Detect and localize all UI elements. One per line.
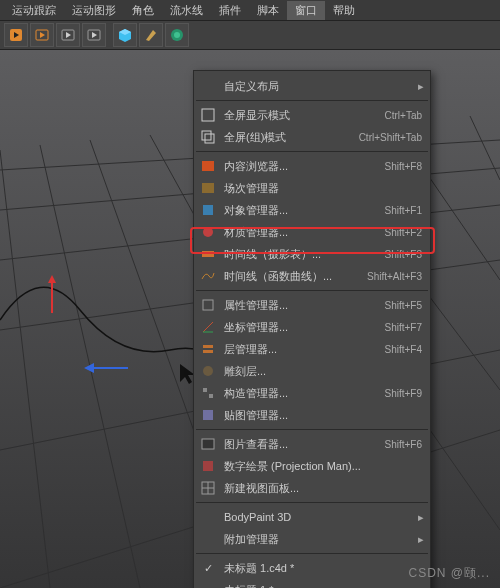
menu-item-label: 全屏显示模式	[224, 108, 384, 123]
viewport[interactable]: 自定义布局 ▸ 全屏显示模式 Ctrl+Tab 全屏(组)模式 Ctrl+Shi…	[0, 50, 500, 588]
menu-projection-man[interactable]: 数字绘景 (Projection Man)...	[194, 455, 430, 477]
svg-rect-48	[203, 461, 213, 471]
menu-material-manager[interactable]: 材质管理器... Shift+F2	[194, 221, 430, 243]
menu-scene-manager[interactable]: 场次管理器	[194, 177, 430, 199]
tool-record[interactable]	[4, 23, 28, 47]
attribute-icon	[198, 297, 218, 313]
menu-help[interactable]: 帮助	[325, 1, 363, 20]
menu-character[interactable]: 角色	[124, 1, 162, 20]
axis-y-gizmo	[42, 275, 62, 315]
menu-coord-manager[interactable]: 坐标管理器... Shift+F7	[194, 316, 430, 338]
submenu-arrow-icon: ▸	[418, 511, 424, 524]
menu-doc-2[interactable]: 未标题 1 *	[194, 579, 430, 588]
menu-content-browser[interactable]: 内容浏览器... Shift+F8	[194, 155, 430, 177]
menu-item-label: 新建视图面板...	[224, 481, 422, 496]
menu-texture-manager[interactable]: 贴图管理器...	[194, 404, 430, 426]
menu-item-label: 时间线（摄影表）...	[224, 247, 384, 262]
menu-window[interactable]: 窗口	[287, 1, 325, 20]
menu-shortcut: Shift+F2	[384, 227, 422, 238]
svg-rect-38	[203, 300, 213, 310]
menu-shortcut: Shift+F4	[384, 344, 422, 355]
svg-rect-45	[209, 394, 213, 398]
menu-item-label: 数字绘景 (Projection Man)...	[224, 459, 422, 474]
menu-item-label: BodyPaint 3D	[224, 511, 422, 523]
svg-rect-30	[202, 109, 214, 121]
menu-shortcut: Shift+F8	[384, 161, 422, 172]
menu-motion-tracker[interactable]: 运动跟踪	[4, 1, 64, 20]
svg-rect-41	[203, 345, 213, 348]
menu-shortcut: Shift+F7	[384, 322, 422, 333]
menu-sculpt-layer[interactable]: 雕刻层...	[194, 360, 430, 382]
submenu-arrow-icon: ▸	[418, 533, 424, 546]
menu-separator	[196, 429, 428, 430]
menu-item-label: 全屏(组)模式	[224, 130, 359, 145]
menu-item-label: 自定义布局	[224, 79, 422, 94]
menu-timeline-fcurve[interactable]: 时间线（函数曲线）... Shift+Alt+F3	[194, 265, 430, 287]
menu-custom-layout[interactable]: 自定义布局 ▸	[194, 75, 430, 97]
content-browser-icon	[198, 158, 218, 174]
menu-plugins[interactable]: 插件	[211, 1, 249, 20]
coord-icon	[198, 319, 218, 335]
menu-item-label: 未标题 1.c4d *	[224, 561, 422, 576]
tool-pen[interactable]	[139, 23, 163, 47]
menu-fullscreen[interactable]: 全屏显示模式 Ctrl+Tab	[194, 104, 430, 126]
window-menu-dropdown: 自定义布局 ▸ 全屏显示模式 Ctrl+Tab 全屏(组)模式 Ctrl+Shi…	[193, 70, 431, 588]
menu-item-label: 贴图管理器...	[224, 408, 422, 423]
svg-marker-29	[84, 363, 94, 373]
blank-icon	[198, 582, 218, 588]
menu-item-label: 未标题 1 *	[224, 583, 422, 589]
svg-rect-35	[203, 205, 213, 215]
menu-separator	[196, 502, 428, 503]
menu-script[interactable]: 脚本	[249, 1, 287, 20]
timeline-sheet-icon	[198, 246, 218, 262]
toolbar-divider	[108, 23, 111, 47]
tool-cube[interactable]	[113, 23, 137, 47]
tool-play[interactable]	[82, 23, 106, 47]
tool-autokey[interactable]	[30, 23, 54, 47]
blank-icon	[198, 531, 218, 547]
menu-fullscreen-group[interactable]: 全屏(组)模式 Ctrl+Shift+Tab	[194, 126, 430, 148]
menu-timeline-sheet[interactable]: 时间线（摄影表）... Shift+F3	[194, 243, 430, 265]
menu-doc-1[interactable]: ✓ 未标题 1.c4d *	[194, 557, 430, 579]
structure-icon	[198, 385, 218, 401]
menu-shortcut: Shift+F5	[384, 300, 422, 311]
projection-icon	[198, 458, 218, 474]
menu-item-label: 对象管理器...	[224, 203, 384, 218]
axis-x-gizmo	[84, 358, 134, 378]
viewpanel-icon	[198, 480, 218, 496]
svg-rect-32	[205, 134, 214, 143]
svg-point-43	[203, 366, 213, 376]
menu-item-label: 内容浏览器...	[224, 159, 384, 174]
svg-line-39	[203, 322, 213, 332]
blank-icon	[198, 509, 218, 525]
menu-item-label: 属性管理器...	[224, 298, 384, 313]
svg-rect-33	[202, 161, 214, 171]
menu-shortcut: Shift+Alt+F3	[367, 271, 422, 282]
menu-bodypaint[interactable]: BodyPaint 3D ▸	[194, 506, 430, 528]
tool-keyframe[interactable]	[56, 23, 80, 47]
menu-attribute-manager[interactable]: 属性管理器... Shift+F5	[194, 294, 430, 316]
menu-new-viewpanel[interactable]: 新建视图面板...	[194, 477, 430, 499]
menu-item-label: 雕刻层...	[224, 364, 422, 379]
svg-rect-34	[202, 183, 214, 193]
menu-item-label: 构造管理器...	[224, 386, 384, 401]
sculpt-icon	[198, 363, 218, 379]
menu-picture-viewer[interactable]: 图片查看器... Shift+F6	[194, 433, 430, 455]
menu-pipeline[interactable]: 流水线	[162, 1, 211, 20]
tool-deformer[interactable]	[165, 23, 189, 47]
object-manager-icon	[198, 202, 218, 218]
menu-item-label: 层管理器...	[224, 342, 384, 357]
svg-rect-46	[203, 410, 213, 420]
menu-layer-manager[interactable]: 层管理器... Shift+F4	[194, 338, 430, 360]
submenu-arrow-icon: ▸	[418, 80, 424, 93]
menu-object-manager[interactable]: 对象管理器... Shift+F1	[194, 199, 430, 221]
menu-shortcut: Ctrl+Shift+Tab	[359, 132, 422, 143]
menu-item-label: 图片查看器...	[224, 437, 384, 452]
menu-item-label: 场次管理器	[224, 181, 422, 196]
menu-addons[interactable]: 附加管理器 ▸	[194, 528, 430, 550]
svg-point-36	[203, 227, 213, 237]
material-manager-icon	[198, 224, 218, 240]
menu-structure-manager[interactable]: 构造管理器... Shift+F9	[194, 382, 430, 404]
menu-shortcut: Shift+F1	[384, 205, 422, 216]
menu-mograph[interactable]: 运动图形	[64, 1, 124, 20]
